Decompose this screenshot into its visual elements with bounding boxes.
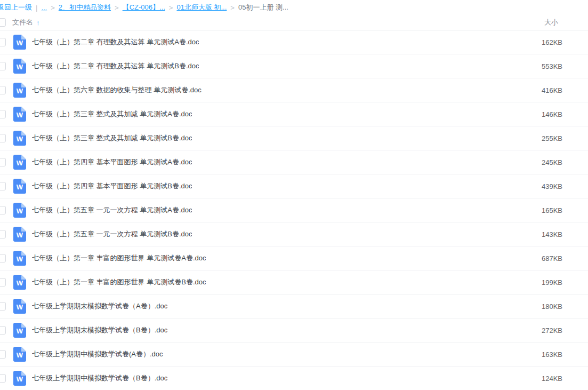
doc-icon-letter: W [17,206,23,214]
doc-icon-letter: W [17,38,23,46]
word-doc-icon: W [13,83,26,98]
breadcrumb-item[interactable]: 01北师大版 初... [176,3,227,12]
file-name[interactable]: 七年级（上）第二章 有理数及其运算 单元测试A卷.doc [32,37,199,47]
word-doc-icon: W [13,107,26,122]
word-doc-icon: W [13,275,26,290]
file-size: 163KB [542,351,588,359]
file-name[interactable]: 七年级（上）第三章 整式及其加减 单元测试B卷.doc [32,133,192,143]
file-row[interactable]: W 七年级（上）第三章 整式及其加减 单元测试B卷.doc 255KB [0,126,588,150]
file-size: 162KB [542,38,588,46]
breadcrumb-separator: > [51,4,55,12]
breadcrumb-separator: > [115,4,119,12]
row-checkbox[interactable] [0,326,6,335]
column-header-size[interactable]: 大小 [544,18,588,27]
breadcrumb-item[interactable]: 2、初中精品资料 [59,3,111,12]
file-row[interactable]: W 七年级（上）第四章 基本平面图形 单元测试A卷.doc 245KB [0,150,588,174]
file-name[interactable]: 七年级（上）第二章 有理数及其运算 单元测试B卷.doc [32,61,199,71]
column-header-filename[interactable]: 文件名 [12,18,33,27]
file-row[interactable]: W 七年级（上）第四章 基本平面图形 单元测试B卷.doc 439KB [0,174,588,198]
file-name[interactable]: 七年级（上）第五章 一元一次方程 单元测试B卷.doc [32,229,192,239]
file-row[interactable]: W 七年级（上）第三章 整式及其加减 单元测试A卷.doc 146KB [0,102,588,126]
file-row[interactable]: W 七年级（上）第二章 有理数及其运算 单元测试B卷.doc 553KB [0,54,588,78]
doc-icon-letter: W [17,86,23,94]
word-doc-icon: W [13,323,26,338]
row-checkbox[interactable] [0,254,6,262]
word-doc-icon: W [13,347,26,362]
doc-icon-letter: W [17,254,23,262]
doc-icon-letter: W [17,230,23,238]
word-doc-icon: W [13,131,26,146]
row-checkbox[interactable] [0,230,6,238]
sort-ascending-icon[interactable]: ↑ [36,19,40,27]
file-name[interactable]: 七年级上学期期末模拟数学试卷（A卷）.doc [32,301,167,311]
word-doc-icon: W [13,179,26,194]
word-doc-icon: W [13,155,26,170]
file-row[interactable]: W 七年级上学期期末模拟数学试卷（B卷）.doc 272KB [0,319,588,343]
file-size: 416KB [542,86,588,94]
file-row[interactable]: W 七年级（上）第六章 数据的收集与整理 单元测试卷.doc 416KB [0,78,588,102]
row-checkbox[interactable] [0,86,6,94]
breadcrumb-back-link[interactable]: 返回上一级 [0,3,32,12]
breadcrumb: 返回上一级 | ...>2、初中精品资料>【CZ-006】...>01北师大版 … [0,0,588,15]
file-size: 146KB [542,110,588,118]
row-checkbox[interactable] [0,158,6,166]
breadcrumb-separator: > [230,4,235,12]
file-size: 180KB [542,303,588,311]
file-manager-page: 返回上一级 | ...>2、初中精品资料>【CZ-006】...>01北师大版 … [0,0,588,390]
row-checkbox[interactable] [0,374,6,383]
file-size: 199KB [542,278,588,286]
file-row[interactable]: W 七年级上学期期中模拟数学试卷(A卷）.doc 163KB [0,343,588,367]
word-doc-icon: W [13,35,26,50]
row-checkbox[interactable] [0,302,6,311]
file-size: 687KB [542,254,588,262]
file-row[interactable]: W 七年级上学期期中模拟数学试卷（B卷）.doc 124KB [0,367,588,390]
file-name[interactable]: 七年级（上）第四章 基本平面图形 单元测试A卷.doc [32,157,192,167]
file-row[interactable]: W 七年级（上）第一章 丰富的图形世界 单元测试卷B卷.doc 199KB [0,270,588,295]
file-name[interactable]: 七年级（上）第五章 一元一次方程 单元测试A卷.doc [32,205,192,215]
breadcrumb-separator: > [169,4,173,12]
file-name[interactable]: 七年级上学期期末模拟数学试卷（B卷）.doc [32,325,167,335]
file-name[interactable]: 七年级上学期期中模拟数学试卷(A卷）.doc [32,349,163,359]
file-name[interactable]: 七年级（上）第一章 丰富的图形世界 单元测试卷B卷.doc [32,277,206,287]
file-name[interactable]: 七年级（上）第一章 丰富的图形世界 单元测试卷A卷.doc [32,253,206,263]
file-row[interactable]: W 七年级上学期期末模拟数学试卷（A卷）.doc 180KB [0,295,588,319]
word-doc-icon: W [13,203,26,218]
doc-icon-letter: W [17,375,23,383]
row-checkbox[interactable] [0,182,6,190]
doc-icon-letter: W [17,158,23,166]
word-doc-icon: W [13,251,26,266]
doc-icon-letter: W [17,303,23,311]
row-checkbox[interactable] [0,38,6,46]
file-name[interactable]: 七年级上学期期中模拟数学试卷（B卷）.doc [32,373,167,383]
file-row[interactable]: W 七年级（上）第五章 一元一次方程 单元测试A卷.doc 165KB [0,198,588,222]
breadcrumb-current: 05初一上册 测... [238,3,288,12]
file-row[interactable]: W 七年级（上）第五章 一元一次方程 单元测试B卷.doc 143KB [0,222,588,246]
doc-icon-letter: W [17,134,23,142]
breadcrumb-item[interactable]: ... [41,4,47,12]
row-checkbox[interactable] [0,62,6,70]
file-size: 165KB [542,206,588,214]
row-checkbox[interactable] [0,350,6,359]
file-name[interactable]: 七年级（上）第四章 基本平面图形 单元测试B卷.doc [32,181,192,191]
word-doc-icon: W [13,227,26,242]
file-row[interactable]: W 七年级（上）第一章 丰富的图形世界 单元测试卷A卷.doc 687KB [0,246,588,270]
file-name[interactable]: 七年级（上）第三章 整式及其加减 单元测试A卷.doc [32,109,192,119]
word-doc-icon: W [13,371,26,386]
file-list-header: 文件名 ↑ 大小 [0,15,588,30]
file-size: 143KB [542,230,588,238]
row-checkbox[interactable] [0,278,6,286]
doc-icon-letter: W [17,110,23,118]
select-all-checkbox[interactable] [0,18,6,27]
row-checkbox[interactable] [0,134,6,142]
file-name[interactable]: 七年级（上）第六章 数据的收集与整理 单元测试卷.doc [32,85,202,95]
doc-icon-letter: W [17,327,23,335]
file-row[interactable]: W 七年级（上）第二章 有理数及其运算 单元测试A卷.doc 162KB [0,30,588,54]
doc-icon-letter: W [17,182,23,190]
breadcrumb-item[interactable]: 【CZ-006】... [123,3,165,12]
row-checkbox[interactable] [0,206,6,214]
file-size: 553KB [542,62,588,70]
row-checkbox[interactable] [0,110,6,118]
file-size: 272KB [542,327,588,335]
file-list: W 七年级（上）第二章 有理数及其运算 单元测试A卷.doc 162KB W 七… [0,30,588,390]
doc-icon-letter: W [17,62,23,70]
